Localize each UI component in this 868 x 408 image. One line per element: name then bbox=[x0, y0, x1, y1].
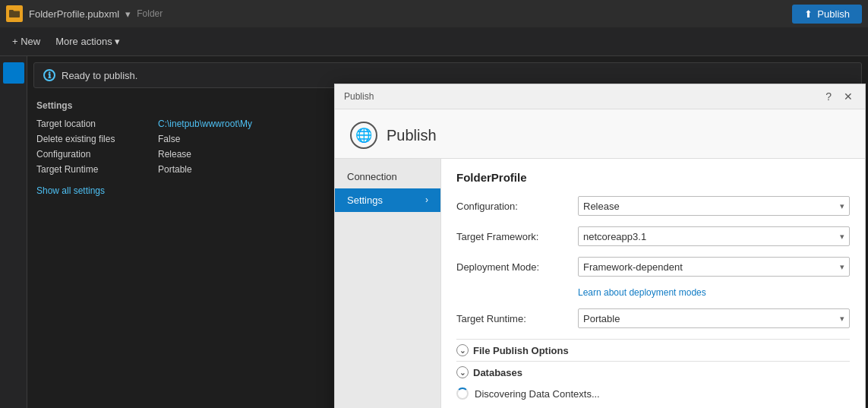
folder-icon bbox=[6, 5, 23, 22]
rail-active-item bbox=[3, 62, 24, 84]
modal-content-area: FolderProfile Configuration: Release Deb… bbox=[441, 159, 865, 408]
config-form-label: Configuration: bbox=[456, 201, 578, 212]
target-runtime-select-input[interactable]: Portable win-x64 linux-x64 bbox=[583, 313, 840, 324]
file-name: FolderProfile.pubxml bbox=[29, 8, 119, 20]
more-actions-button[interactable]: More actions ▾ bbox=[49, 33, 126, 49]
modal-title-bar-right: ? ✕ bbox=[822, 89, 856, 104]
discovering-row: Discovering Data Contexts... bbox=[456, 383, 850, 404]
databases-label: Databases bbox=[473, 367, 522, 378]
target-runtime-form-label: Target Runtime: bbox=[456, 313, 578, 324]
deployment-mode-form-label: Deployment Mode: bbox=[456, 261, 578, 273]
modal-help-button[interactable]: ? bbox=[822, 89, 835, 104]
target-runtime-label: Target Runtime bbox=[36, 164, 158, 175]
info-icon: ℹ bbox=[43, 69, 55, 81]
deployment-dropdown-arrow: ▾ bbox=[840, 262, 844, 272]
toolbar: + New More actions ▾ bbox=[0, 27, 868, 56]
config-select[interactable]: Release Debug ▾ bbox=[578, 196, 850, 216]
config-dropdown-arrow: ▾ bbox=[840, 201, 844, 211]
target-framework-form-label: Target Framework: bbox=[456, 231, 578, 242]
modal-nav-connection[interactable]: Connection bbox=[335, 165, 440, 188]
deployment-mode-select[interactable]: Framework-dependent Self-Contained ▾ bbox=[578, 257, 850, 277]
modal-close-button[interactable]: ✕ bbox=[841, 89, 856, 104]
framework-dropdown-arrow: ▾ bbox=[840, 232, 844, 242]
file-publish-options-label: File Publish Options bbox=[473, 345, 569, 356]
new-label: + New bbox=[12, 36, 40, 47]
show-all-settings-link[interactable]: Show all settings bbox=[36, 185, 105, 196]
nav-arrow: › bbox=[425, 195, 428, 205]
modal-nav-settings[interactable]: Settings › bbox=[335, 188, 440, 212]
modal-header-title: Publish bbox=[387, 127, 437, 144]
file-publish-options-icon: ⌄ bbox=[456, 344, 469, 356]
delete-files-label: Delete existing files bbox=[36, 134, 158, 144]
main-area: ℹ Ready to publish. Settings Target loca… bbox=[0, 56, 868, 408]
modal-nav: Connection Settings › bbox=[335, 159, 441, 408]
form-row-target-framework: Target Framework: netcoreapp3.1 net5.0 ▾ bbox=[456, 226, 850, 246]
folder-profile-title: FolderProfile bbox=[456, 171, 850, 184]
modal-title-label: Publish bbox=[344, 91, 374, 102]
left-rail bbox=[0, 56, 27, 408]
publish-icon: ⬆ bbox=[804, 8, 813, 20]
file-dropdown-arrow[interactable]: ▾ bbox=[125, 8, 131, 20]
publish-label: Publish bbox=[817, 8, 850, 20]
discovering-label: Discovering Data Contexts... bbox=[475, 388, 600, 400]
deployment-mode-select-input[interactable]: Framework-dependent Self-Contained bbox=[583, 261, 840, 273]
modal-body: Connection Settings › FolderProfile Conf… bbox=[335, 159, 865, 408]
databases-icon: ⌄ bbox=[456, 366, 469, 378]
top-bar-left: FolderProfile.pubxml ▾ Folder bbox=[6, 5, 163, 22]
target-location-label: Target location bbox=[36, 119, 158, 129]
modal-title-bar: Publish ? ✕ bbox=[335, 84, 865, 109]
target-framework-select[interactable]: netcoreapp3.1 net5.0 ▾ bbox=[578, 226, 850, 246]
publish-button[interactable]: ⬆ Publish bbox=[792, 5, 862, 24]
target-framework-select-input[interactable]: netcoreapp3.1 net5.0 bbox=[583, 231, 840, 242]
new-button[interactable]: + New bbox=[6, 33, 46, 49]
file-type: Folder bbox=[137, 8, 163, 19]
publish-modal: Publish ? ✕ 🌐 Publish Connection Setting… bbox=[334, 84, 866, 408]
configuration-label: Configuration bbox=[36, 149, 158, 160]
ready-message: Ready to publish. bbox=[62, 70, 137, 81]
top-bar: FolderProfile.pubxml ▾ Folder ⬆ Publish bbox=[0, 0, 868, 27]
form-row-configuration: Configuration: Release Debug ▾ bbox=[456, 196, 850, 216]
runtime-dropdown-arrow: ▾ bbox=[840, 314, 844, 324]
databases-header[interactable]: ⌄ Databases bbox=[456, 361, 850, 383]
target-runtime-select[interactable]: Portable win-x64 linux-x64 ▾ bbox=[578, 308, 850, 328]
config-select-input[interactable]: Release Debug bbox=[583, 201, 840, 212]
learn-deployment-link[interactable]: Learn about deployment modes bbox=[578, 287, 850, 298]
form-row-deployment-mode: Deployment Mode: Framework-dependent Sel… bbox=[456, 257, 850, 277]
modal-header: 🌐 Publish bbox=[335, 109, 865, 159]
form-row-target-runtime-modal: Target Runtime: Portable win-x64 linux-x… bbox=[456, 308, 850, 328]
file-publish-options-header[interactable]: ⌄ File Publish Options bbox=[456, 339, 850, 361]
globe-icon: 🌐 bbox=[350, 122, 377, 149]
discovering-spinner bbox=[456, 387, 469, 400]
more-actions-label: More actions ▾ bbox=[55, 36, 120, 47]
